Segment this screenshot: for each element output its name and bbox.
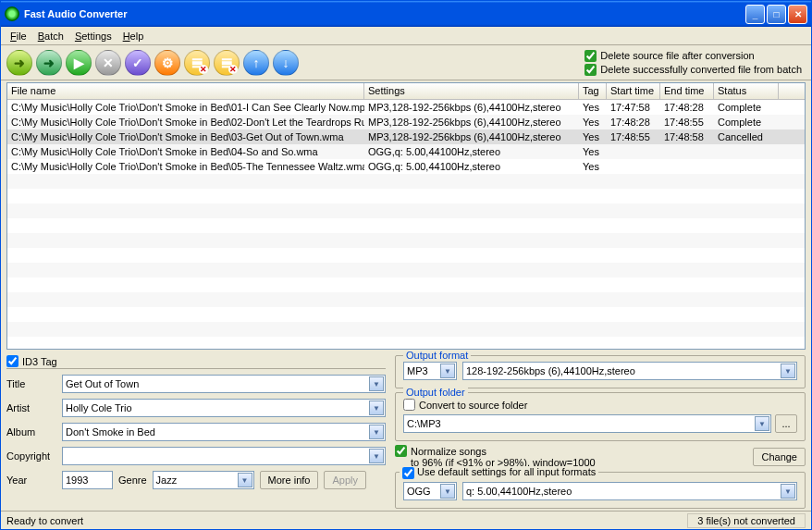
window-title: Fast Audio Converter	[24, 8, 745, 19]
copyright-label: Copyright	[6, 450, 56, 462]
minimize-button[interactable]: _	[745, 5, 765, 24]
year-label: Year	[6, 475, 56, 486]
chevron-down-icon: ▼	[755, 416, 769, 431]
chevron-down-icon: ▼	[369, 376, 384, 391]
genre-combo[interactable]: Jazz▼	[153, 471, 254, 489]
settings-button[interactable]: ⚙	[154, 50, 180, 76]
title-bar: Fast Audio Converter _ □ ✕	[1, 1, 811, 27]
album-combo[interactable]: Don't Smoke in Bed▼	[62, 423, 386, 441]
format-settings-combo[interactable]: 128-192-256kbps (6),44100Hz,stereo▼	[462, 362, 797, 380]
output-folder-legend: Output folder	[403, 387, 468, 398]
chevron-down-icon: ▼	[369, 401, 384, 415]
browse-folder-button[interactable]: ...	[775, 414, 797, 433]
col-tag[interactable]: Tag	[579, 83, 607, 99]
move-down-button[interactable]: ↓	[273, 50, 299, 76]
title-combo[interactable]: Get Out of Town▼	[62, 375, 386, 393]
add-folder-button[interactable]: ➜	[36, 50, 62, 76]
add-files-button[interactable]: ➜	[6, 50, 32, 76]
status-bar: Ready to convert 3 file(s) not converted	[1, 511, 811, 529]
stop-button[interactable]: ✕	[95, 50, 121, 76]
menu-batch[interactable]: Batch	[32, 29, 69, 43]
default-settings-group: Use default settings for all input forma…	[395, 472, 806, 509]
menu-settings[interactable]: Settings	[69, 29, 117, 43]
album-label: Album	[6, 426, 56, 438]
status-right: 3 file(s) not converted	[687, 513, 806, 528]
id3-label: ID3 Tag	[22, 356, 57, 367]
col-status[interactable]: Status	[714, 83, 779, 99]
grid-header: File name Settings Tag Start time End ti…	[7, 83, 805, 100]
normalize-checkbox[interactable]	[395, 445, 407, 457]
artist-combo[interactable]: Holly Cole Trio▼	[62, 399, 386, 417]
more-info-button[interactable]: More info	[260, 471, 319, 489]
default-settings-combo[interactable]: q: 5.00,44100Hz,stereo▼	[462, 482, 797, 500]
artist-label: Artist	[6, 402, 56, 413]
bottom-panels: ID3 Tag TitleGet Out of Town▼ ArtistHoll…	[1, 351, 811, 511]
move-up-button[interactable]: ↑	[243, 50, 269, 76]
chevron-down-icon: ▼	[440, 484, 455, 499]
output-folder-group: Output folder Convert to source folder C…	[395, 392, 806, 441]
id3-panel: ID3 Tag TitleGet Out of Town▼ ArtistHoll…	[6, 355, 386, 509]
convert-button[interactable]: ▶	[66, 50, 92, 76]
maximize-button[interactable]: □	[767, 5, 786, 24]
check-button[interactable]: ✓	[125, 50, 151, 76]
default-format-combo[interactable]: OGG▼	[403, 482, 457, 500]
chevron-down-icon: ▼	[781, 484, 795, 499]
table-row[interactable]: C:\My Music\Holly Cole Trio\Don't Smoke …	[7, 115, 805, 129]
col-settings[interactable]: Settings	[364, 83, 579, 99]
convert-to-source-checkbox[interactable]	[403, 399, 415, 411]
use-defaults-checkbox[interactable]	[402, 467, 414, 479]
remove-all-button[interactable]: 𝌆	[214, 50, 240, 76]
chevron-down-icon: ▼	[781, 364, 795, 378]
col-file[interactable]: File name	[7, 83, 364, 99]
menu-bar: File Batch Settings Help	[1, 27, 811, 45]
chevron-down-icon: ▼	[369, 425, 384, 439]
menu-help[interactable]: Help	[117, 29, 150, 43]
format-combo[interactable]: MP3▼	[403, 362, 457, 380]
table-row[interactable]: C:\My Music\Holly Cole Trio\Don't Smoke …	[7, 144, 805, 159]
output-folder-combo[interactable]: C:\MP3▼	[403, 414, 771, 433]
normalize-label: Normalize songs	[411, 446, 486, 457]
chevron-down-icon: ▼	[440, 364, 455, 378]
apply-button[interactable]: Apply	[324, 471, 366, 489]
chevron-down-icon: ▼	[238, 473, 252, 487]
title-label: Title	[6, 378, 56, 389]
chevron-down-icon: ▼	[369, 449, 384, 463]
id3-checkbox[interactable]	[6, 355, 18, 367]
table-row[interactable]: C:\My Music\Holly Cole Trio\Don't Smoke …	[7, 159, 805, 174]
menu-file[interactable]: File	[5, 29, 32, 43]
output-format-legend: Output format	[403, 350, 471, 361]
toolbar: ➜ ➜ ▶ ✕ ✓ ⚙ 𝌆 𝌆 ↑ ↓ Delete source file a…	[1, 45, 811, 80]
col-end[interactable]: End time	[660, 83, 714, 99]
app-window: Fast Audio Converter _ □ ✕ File Batch Se…	[0, 0, 812, 530]
file-grid: File name Settings Tag Start time End ti…	[6, 82, 806, 350]
delete-batch-checkbox[interactable]	[584, 64, 597, 76]
year-input[interactable]	[62, 471, 113, 489]
remove-selected-button[interactable]: 𝌆	[184, 50, 210, 76]
table-row[interactable]: C:\My Music\Holly Cole Trio\Don't Smoke …	[7, 129, 805, 144]
delete-batch-label: Delete successfully converted file from …	[600, 64, 802, 75]
col-start[interactable]: Start time	[607, 83, 660, 99]
table-row[interactable]: C:\My Music\Holly Cole Trio\Don't Smoke …	[7, 100, 805, 115]
status-left: Ready to convert	[6, 515, 83, 526]
genre-label: Genre	[118, 475, 147, 486]
copyright-combo[interactable]: ▼	[62, 447, 386, 465]
convert-to-source-label: Convert to source folder	[419, 400, 527, 411]
grid-body[interactable]: C:\My Music\Holly Cole Trio\Don't Smoke …	[7, 100, 805, 349]
output-format-group: Output format MP3▼ 128-192-256kbps (6),4…	[395, 355, 806, 388]
change-button[interactable]: Change	[753, 448, 806, 466]
delete-source-checkbox[interactable]	[584, 50, 597, 62]
use-defaults-label: Use default settings for all input forma…	[417, 466, 596, 477]
close-button[interactable]: ✕	[788, 5, 807, 24]
delete-source-label: Delete source file after conversion	[600, 50, 754, 61]
app-icon	[5, 6, 19, 21]
